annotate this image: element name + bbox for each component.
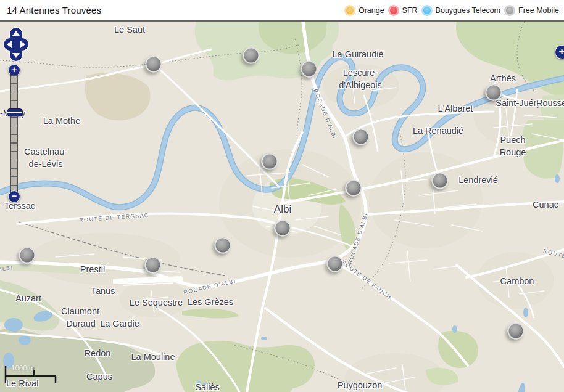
- operator-legend: OrangeSFRBouygues TelecomFree Mobile: [344, 5, 559, 16]
- legend-item: Free Mobile: [504, 5, 559, 16]
- zoom-slider-track[interactable]: [10, 75, 18, 194]
- antenna-marker[interactable]: [275, 220, 291, 237]
- legend-label: SFR: [402, 6, 418, 15]
- antenna-marker[interactable]: [243, 47, 260, 64]
- antenna-marker[interactable]: [215, 237, 231, 254]
- legend-item: Orange: [344, 5, 384, 16]
- legend-label: Free Mobile: [518, 6, 559, 15]
- antenna-marker[interactable]: [432, 173, 449, 189]
- operator-dot-icon: [421, 5, 433, 16]
- legend-label: Orange: [359, 6, 384, 15]
- page-title: 14 Antennes Trouvées: [7, 5, 101, 15]
- zoom-in-button[interactable]: +: [8, 64, 20, 76]
- antenna-marker[interactable]: [19, 247, 36, 264]
- antenna-marker[interactable]: [145, 257, 162, 274]
- antenna-marker[interactable]: [262, 153, 278, 170]
- antenna-marker[interactable]: [508, 323, 525, 340]
- operator-dot-icon: [344, 5, 355, 16]
- operator-dot-icon: [504, 5, 515, 16]
- header-bar: 14 Antennes Trouvées OrangeSFRBouygues T…: [0, 0, 564, 22]
- legend-item: Bouygues Telecom: [421, 5, 500, 16]
- antenna-marker[interactable]: [486, 84, 502, 101]
- pan-control[interactable]: [2, 27, 32, 65]
- antenna-marker[interactable]: [301, 61, 318, 78]
- antenna-marker[interactable]: [146, 56, 162, 73]
- antenna-marker[interactable]: [327, 256, 344, 272]
- legend-item: SFR: [388, 5, 418, 16]
- map-canvas: [0, 22, 564, 392]
- legend-label: Bouygues Telecom: [436, 6, 500, 15]
- operator-dot-icon: [388, 5, 399, 16]
- antenna-marker[interactable]: [346, 180, 362, 197]
- zoom-slider-handle[interactable]: [7, 108, 23, 116]
- map-area[interactable]: ROUTE DE TERSSACROCADE D'ALBIROCADE D'AL…: [0, 22, 564, 392]
- antenna-marker[interactable]: [353, 129, 370, 145]
- zoom-out-button[interactable]: −: [8, 190, 20, 203]
